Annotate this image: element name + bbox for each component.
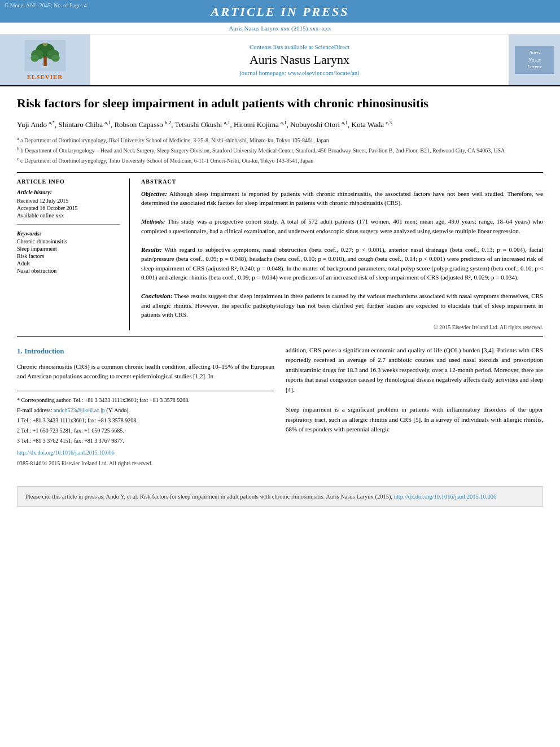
article-info-abstract-section: ARTICLE INFO Article history: Received 1…	[17, 178, 543, 330]
abstract-column: ABSTRACT Objective: Although sleep impai…	[141, 178, 543, 330]
citation-doi-link[interactable]: http://dx.doi.org/10.1016/j.anl.2015.10.…	[394, 493, 497, 500]
sciencedirect-text: Contents lists available at ScienceDirec…	[250, 43, 349, 50]
journal-header: ELSEVIER Contents lists available at Sci…	[0, 34, 560, 86]
abstract-heading: ABSTRACT	[141, 178, 543, 185]
conclusion-label: Conclusion:	[141, 292, 173, 299]
received-date: Received 12 July 2015	[17, 198, 120, 204]
affiliation-c: c c Department of Otorhinolaryngology, T…	[17, 156, 543, 165]
main-content: Risk factors for sleep impairment in adu…	[0, 86, 560, 477]
svg-point-7	[43, 42, 47, 46]
article-info-heading: ARTICLE INFO	[17, 178, 120, 185]
doi-link[interactable]: http://dx.doi.org/10.1016/j.anl.2015.10.…	[17, 448, 274, 457]
results-text: With regard to subjective symptoms, nasa…	[141, 246, 543, 281]
intro-text-col2: addition, CRS poses a significant econom…	[286, 346, 543, 435]
keyword-2: Sleep impairment	[17, 246, 120, 252]
citation-line: Auris Nasus Larynx xxx (2015) xxx–xxx	[0, 23, 560, 34]
copyright: © 2015 Elsevier Ireland Ltd. All rights …	[141, 324, 543, 330]
article-title: Risk factors for sleep impairment in adu…	[17, 95, 543, 112]
authors: Yuji Ando a,*, Shintaro Chiba a,1, Robso…	[17, 119, 543, 131]
bottom-citation-box: Please cite this article in press as: An…	[17, 486, 543, 508]
affiliation-a: a a Department of Otorhinolaryngology, J…	[17, 136, 543, 145]
article-in-press-banner: G Model ANL-2045; No. of Pages 4 ARTICLE…	[0, 0, 560, 23]
model-info: G Model ANL-2045; No. of Pages 4	[5, 2, 87, 8]
objective-label: Objective:	[141, 190, 167, 197]
svg-point-6	[51, 54, 60, 62]
methods-text: This study was a prospective cohort stud…	[141, 218, 543, 234]
affiliation-b: b b Department of Otolaryngology – Head …	[17, 146, 543, 155]
journal-center: Contents lists available at ScienceDirec…	[90, 34, 509, 85]
footnote-3: 3 Tel.: +81 3 3762 4151; fax: +81 3 3767…	[17, 436, 274, 445]
journal-homepage: journal homepage: www.elsevier.com/locat…	[240, 69, 360, 76]
svg-point-5	[30, 54, 39, 62]
body-col-left: 1. Introduction Chronic rhinosinusitis (…	[17, 346, 274, 468]
sciencedirect-link-text[interactable]: ScienceDirect	[314, 43, 349, 50]
elsevier-tree-icon	[23, 40, 68, 71]
keyword-4: Adult	[17, 260, 120, 267]
intro-heading: 1. Introduction	[17, 346, 274, 357]
svg-rect-4	[43, 56, 47, 65]
affiliations: a a Department of Otorhinolaryngology, J…	[17, 136, 543, 165]
homepage-url[interactable]: www.elsevier.com/locate/anl	[287, 69, 359, 76]
accepted-date: Accepted 16 October 2015	[17, 205, 120, 211]
conclusion-text: These results suggest that sleep impairm…	[141, 292, 543, 318]
methods-label: Methods:	[141, 218, 165, 225]
journal-logo-box: Auris Nasus Larynx	[515, 46, 554, 74]
divider-keywords	[17, 224, 120, 225]
email-link[interactable]: andoh523@jikeil.ac.jp	[54, 407, 105, 413]
footnote-email: E-mail address: andoh523@jikeil.ac.jp (Y…	[17, 406, 274, 414]
abstract-text: Objective: Although sleep impairment is …	[141, 189, 543, 320]
body-col-right: addition, CRS poses a significant econom…	[286, 346, 543, 468]
keywords-label: Keywords:	[17, 230, 120, 237]
citation-text: Please cite this article in press as: An…	[25, 493, 392, 500]
objective-text: Although sleep impairment is reported by…	[141, 190, 543, 207]
keyword-1: Chronic rhinosinusitis	[17, 238, 120, 244]
intro-text-col1: Chronic rhinosinusitis (CRS) is a common…	[17, 362, 274, 382]
banner-title: ARTICLE IN PRESS	[211, 5, 349, 19]
keyword-5: Nasal obstruction	[17, 268, 120, 274]
keyword-3: Risk factors	[17, 253, 120, 259]
elsevier-logo-area: ELSEVIER	[0, 34, 90, 85]
body-section: 1. Introduction Chronic rhinosinusitis (…	[17, 346, 543, 468]
issn-line: 0385-8146/© 2015 Elsevier Ireland Ltd. A…	[17, 459, 274, 468]
divider-1	[17, 172, 543, 173]
available-online: Available online xxx	[17, 212, 120, 219]
results-label: Results:	[141, 246, 162, 253]
article-history-label: Article history:	[17, 189, 120, 195]
journal-logo-right: Auris Nasus Larynx	[509, 34, 560, 85]
article-info-column: ARTICLE INFO Article history: Received 1…	[17, 178, 130, 330]
elsevier-label: ELSEVIER	[27, 73, 63, 80]
divider-2	[17, 336, 543, 337]
footnotes: * Corresponding author. Tel.: +81 3 3433…	[17, 391, 274, 445]
journal-name: Auris Nasus Larynx	[250, 53, 349, 67]
footnote-corresponding: * Corresponding author. Tel.: +81 3 3433…	[17, 396, 274, 404]
footnote-1: 1 Tel.: +81 3 3433 1111x3601; fax: +81 3…	[17, 416, 274, 425]
footnote-2: 2 Tel.: +1 650 723 5281; fax: +1 650 725…	[17, 426, 274, 435]
